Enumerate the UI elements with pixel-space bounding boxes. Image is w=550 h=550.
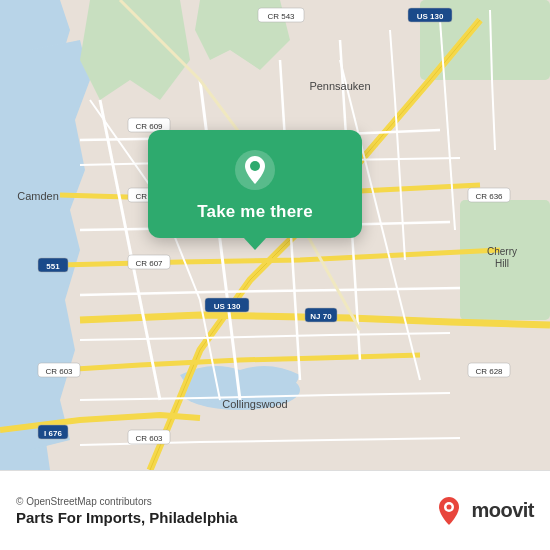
svg-text:CR 628: CR 628 xyxy=(475,367,503,376)
svg-text:CR 636: CR 636 xyxy=(475,192,503,201)
osm-attribution: © OpenStreetMap contributors xyxy=(16,496,238,507)
svg-text:CR 603: CR 603 xyxy=(45,367,73,376)
svg-text:I 676: I 676 xyxy=(44,429,62,438)
svg-text:CR 543: CR 543 xyxy=(267,12,295,21)
moovit-text: moovit xyxy=(471,499,534,522)
moovit-logo: moovit xyxy=(433,495,534,527)
svg-text:Hill: Hill xyxy=(495,258,509,269)
svg-point-36 xyxy=(250,161,260,171)
svg-text:Pennsauken: Pennsauken xyxy=(309,80,370,92)
moovit-icon xyxy=(433,495,465,527)
svg-text:Cherry: Cherry xyxy=(487,246,517,257)
popup-card[interactable]: Take me there xyxy=(148,130,362,238)
svg-text:Collingswood: Collingswood xyxy=(222,398,287,410)
svg-point-38 xyxy=(447,504,452,509)
bottom-bar: © OpenStreetMap contributors Parts For I… xyxy=(0,470,550,550)
svg-text:CR 607: CR 607 xyxy=(135,259,163,268)
map-container: CR 543 US 130 Pennsauken CR 609 CR 537 C… xyxy=(0,0,550,470)
svg-text:551: 551 xyxy=(46,262,60,271)
bottom-text: © OpenStreetMap contributors Parts For I… xyxy=(16,496,238,526)
svg-text:NJ 70: NJ 70 xyxy=(310,312,332,321)
svg-text:US 130: US 130 xyxy=(214,302,241,311)
location-pin-icon xyxy=(233,148,277,192)
svg-text:CR 603: CR 603 xyxy=(135,434,163,443)
take-me-there-button[interactable]: Take me there xyxy=(197,200,313,224)
svg-text:Camden: Camden xyxy=(17,190,59,202)
svg-text:US 130: US 130 xyxy=(417,12,444,21)
location-title: Parts For Imports, Philadelphia xyxy=(16,509,238,526)
